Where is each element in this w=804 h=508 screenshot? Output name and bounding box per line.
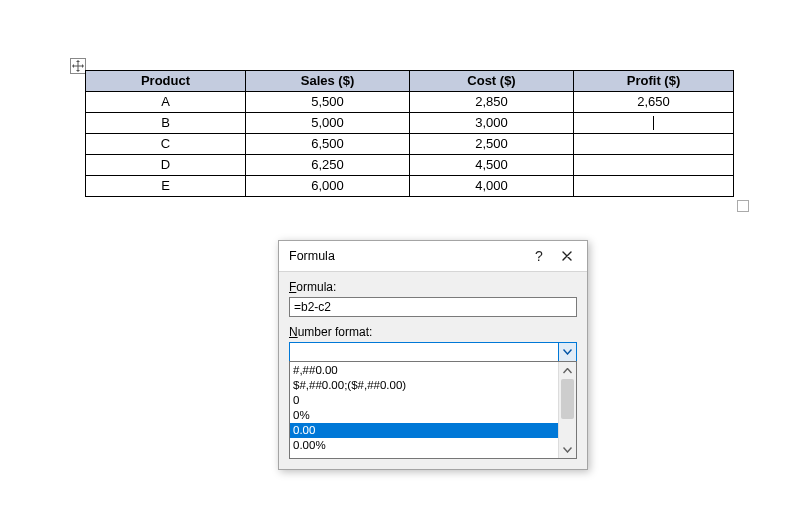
cell-cost[interactable]: 4,000	[410, 176, 574, 197]
table-row[interactable]: C 6,500 2,500	[86, 134, 734, 155]
cell-profit-active[interactable]	[574, 113, 734, 134]
cell-cost[interactable]: 2,850	[410, 92, 574, 113]
number-format-option[interactable]: #,##0.00	[290, 363, 558, 378]
cell-product[interactable]: B	[86, 113, 246, 134]
chevron-down-icon	[563, 447, 572, 453]
cell-profit[interactable]	[574, 134, 734, 155]
close-button[interactable]	[553, 245, 581, 267]
cell-sales[interactable]: 6,000	[246, 176, 410, 197]
cell-product[interactable]: E	[86, 176, 246, 197]
cell-profit[interactable]: 2,650	[574, 92, 734, 113]
move-handle-icon[interactable]	[70, 58, 86, 74]
scroll-down-button[interactable]	[559, 441, 576, 458]
formula-dialog: Formula ? Formula: Number format: #,##0	[278, 240, 588, 470]
cell-profit[interactable]	[574, 176, 734, 197]
number-format-option[interactable]: 0.00%	[290, 438, 558, 453]
number-format-option[interactable]: 0.00	[290, 423, 558, 438]
cell-product[interactable]: C	[86, 134, 246, 155]
scroll-thumb[interactable]	[561, 379, 574, 419]
cell-sales[interactable]: 5,000	[246, 113, 410, 134]
col-sales: Sales ($)	[246, 71, 410, 92]
text-caret	[653, 116, 654, 130]
number-format-option[interactable]: $#,##0.00;($#,##0.00)	[290, 378, 558, 393]
table-row[interactable]: E 6,000 4,000	[86, 176, 734, 197]
dialog-title: Formula	[289, 249, 525, 263]
cell-cost[interactable]: 4,500	[410, 155, 574, 176]
product-table[interactable]: Product Sales ($) Cost ($) Profit ($) A …	[85, 70, 733, 197]
number-format-option[interactable]: 0	[290, 393, 558, 408]
formula-label: Formula:	[289, 280, 577, 294]
cell-sales[interactable]: 6,500	[246, 134, 410, 155]
table-row[interactable]: B 5,000 3,000	[86, 113, 734, 134]
table-row[interactable]: D 6,250 4,500	[86, 155, 734, 176]
number-format-option[interactable]: 0%	[290, 408, 558, 423]
number-format-input[interactable]	[290, 343, 558, 361]
formula-input[interactable]	[289, 297, 577, 317]
table-row[interactable]: A 5,500 2,850 2,650	[86, 92, 734, 113]
cell-product[interactable]: D	[86, 155, 246, 176]
cell-sales[interactable]: 6,250	[246, 155, 410, 176]
close-icon	[562, 251, 572, 261]
number-format-dropdown-button[interactable]	[558, 343, 576, 361]
scroll-track[interactable]	[559, 379, 576, 441]
chevron-down-icon	[563, 349, 572, 355]
number-format-combo[interactable]	[289, 342, 577, 362]
cell-sales[interactable]: 5,500	[246, 92, 410, 113]
dialog-titlebar[interactable]: Formula ?	[279, 241, 587, 272]
cell-product[interactable]: A	[86, 92, 246, 113]
cell-profit[interactable]	[574, 155, 734, 176]
dropdown-scrollbar[interactable]	[558, 362, 576, 458]
selection-handle-icon[interactable]	[737, 200, 749, 212]
col-product: Product	[86, 71, 246, 92]
col-profit: Profit ($)	[574, 71, 734, 92]
cell-cost[interactable]: 3,000	[410, 113, 574, 134]
chevron-up-icon	[563, 368, 572, 374]
number-format-label: Number format:	[289, 325, 577, 339]
scroll-up-button[interactable]	[559, 362, 576, 379]
cell-cost[interactable]: 2,500	[410, 134, 574, 155]
help-button[interactable]: ?	[525, 245, 553, 267]
col-cost: Cost ($)	[410, 71, 574, 92]
number-format-dropdown-list[interactable]: #,##0.00$#,##0.00;($#,##0.00)00%0.000.00…	[289, 361, 577, 459]
table-header-row: Product Sales ($) Cost ($) Profit ($)	[86, 71, 734, 92]
